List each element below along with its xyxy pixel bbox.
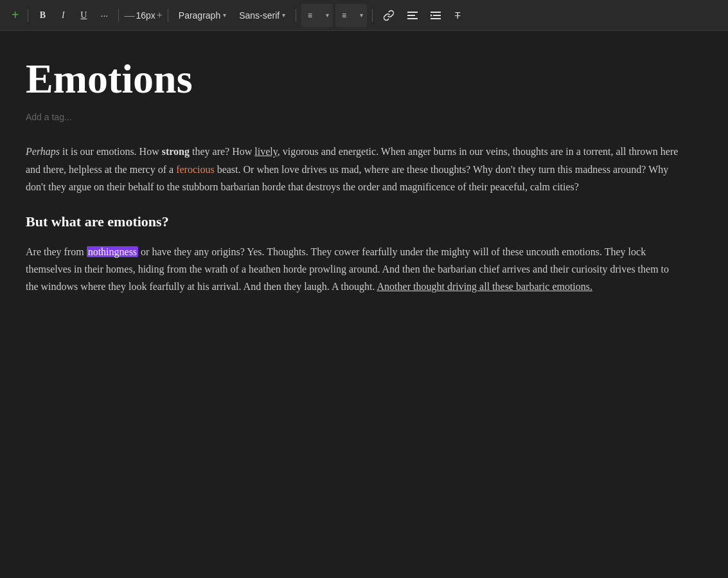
unordered-list-group: ≡ ▾ xyxy=(335,4,367,27)
svg-rect-3 xyxy=(407,15,415,16)
svg-rect-6 xyxy=(433,15,441,16)
text-after-italic: it is our emotions. How xyxy=(60,146,162,157)
link-another-thought[interactable]: Another thought driving all these barbar… xyxy=(377,281,592,292)
svg-rect-4 xyxy=(407,18,418,19)
font-size-value: 16px xyxy=(136,10,155,21)
font-family-label: Sans-serif xyxy=(239,10,280,21)
italic-perhaps: Perhaps xyxy=(26,146,60,157)
section-heading: But what are emotions? xyxy=(26,213,681,230)
paragraph-style-label: Paragraph xyxy=(179,10,220,21)
font-size-increase-button[interactable]: + xyxy=(157,10,163,21)
highlight-nothingness: nothingness xyxy=(87,246,138,257)
italic-button[interactable]: I xyxy=(54,5,72,26)
separator-1 xyxy=(28,9,28,22)
font-size-decrease-button[interactable]: — xyxy=(124,10,134,21)
link-button[interactable] xyxy=(378,5,400,26)
align-button[interactable] xyxy=(402,5,423,26)
svg-rect-2 xyxy=(407,12,418,13)
clear-format-button[interactable]: T xyxy=(448,5,466,26)
indent-button[interactable] xyxy=(425,5,446,26)
paragraph-chevron-icon: ▾ xyxy=(223,12,226,19)
text-after-bold: they are? How xyxy=(190,146,254,157)
content-area: Emotions Add a tag... Perhaps it is our … xyxy=(0,31,707,339)
paragraph-1: Perhaps it is our emotions. How strong t… xyxy=(26,143,681,195)
more-options-button[interactable]: ··· xyxy=(95,5,113,26)
underline-button[interactable]: U xyxy=(75,5,93,26)
separator-5 xyxy=(372,9,373,22)
underline-lively: lively xyxy=(254,146,277,157)
unordered-list-button[interactable]: ≡ xyxy=(337,5,357,26)
document-title: Emotions xyxy=(26,57,681,102)
ordered-list-group: ≡ ▾ xyxy=(301,4,333,27)
svg-rect-7 xyxy=(431,18,441,19)
font-size-control: — 16px + xyxy=(124,10,162,21)
toolbar: + B I U ··· — 16px + Paragraph ▾ Sans-se… xyxy=(0,0,728,31)
font-family-chevron-icon: ▾ xyxy=(282,12,285,19)
ordered-list-button[interactable]: ≡ xyxy=(303,5,323,26)
paragraph-style-dropdown[interactable]: Paragraph ▾ xyxy=(173,8,231,23)
bold-strong: strong xyxy=(162,146,190,157)
paragraph-2: Are they from nothingness or have they a… xyxy=(26,243,681,296)
svg-rect-5 xyxy=(431,12,441,13)
separator-2 xyxy=(118,9,119,22)
text-before-highlight: Are they from xyxy=(26,246,87,257)
svg-text:≡: ≡ xyxy=(342,11,346,20)
ordered-list-chevron[interactable]: ▾ xyxy=(323,9,332,21)
bold-button[interactable]: B xyxy=(33,5,51,26)
unordered-list-chevron[interactable]: ▾ xyxy=(357,9,366,21)
link-ferocious[interactable]: ferocious xyxy=(176,164,215,175)
separator-3 xyxy=(168,9,168,22)
separator-4 xyxy=(296,9,296,22)
tag-input[interactable]: Add a tag... xyxy=(26,112,681,122)
font-family-dropdown[interactable]: Sans-serif ▾ xyxy=(234,8,290,23)
svg-marker-8 xyxy=(431,14,432,17)
add-button[interactable]: + xyxy=(8,5,22,25)
svg-text:≡: ≡ xyxy=(308,11,312,20)
